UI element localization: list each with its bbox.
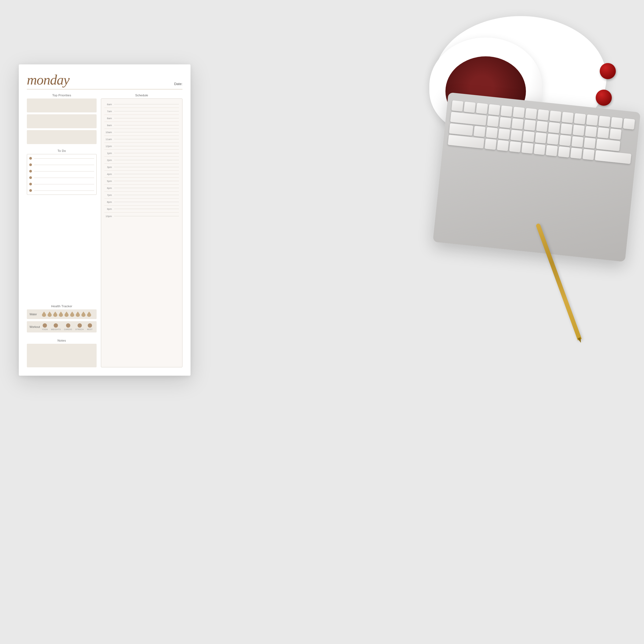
workout-circle [66,323,70,328]
todo-dot [29,157,32,160]
time-9am: 9am [104,124,112,127]
schedule-row-5pm: 5pm [104,178,179,185]
time-6pm: 6pm [104,186,112,189]
key [550,111,562,122]
key [561,123,573,135]
water-drop-9 [87,312,91,317]
todo-item-1 [29,157,94,160]
workout-row: Workout YOGA WEIGHTS CARDIO [27,321,97,332]
time-6am: 6am [104,103,112,106]
schedule-row-11am: 11am [104,136,179,143]
keyboard-keys [448,100,635,164]
priorities-section: Top Priorities [27,94,97,146]
key [522,131,535,142]
schedule-line [114,216,179,216]
workout-label: Workout [30,325,40,328]
water-drops [42,312,91,317]
key [596,139,620,151]
key [623,118,635,130]
date-label: Date: [174,82,182,87]
key [509,141,521,152]
water-row: Water [27,309,97,319]
key [474,126,486,137]
schedule-row-2pm: 2pm [104,157,179,164]
key [510,130,522,141]
todo-section: To Do [27,149,97,301]
todo-label: To Do [27,149,97,152]
key [537,109,549,120]
schedule-row-1pm: 1pm [104,150,179,157]
todo-line [34,178,94,178]
schedule-row-6pm: 6pm [104,185,179,192]
key [559,135,571,146]
workout-weights: WEIGHTS [51,323,61,330]
todo-item-3 [29,170,94,173]
time-7pm: 7pm [104,193,112,196]
time-8pm: 8pm [104,200,112,203]
cherry-2 [596,90,612,106]
workout-yoga: YOGA [42,323,48,330]
time-7am: 7am [104,110,112,113]
schedule-row-10pm: 10pm [104,213,179,219]
key [476,103,488,114]
notes-label: Notes [27,339,97,342]
todo-dot [29,176,32,179]
time-8am: 8am [104,117,112,120]
key [598,116,610,127]
right-column: Schedule 6am 7am 8am 9am [101,94,182,367]
schedule-row-4pm: 4pm [104,171,179,178]
key [464,101,476,113]
todo-item-2 [29,163,94,166]
workout-rest-label: REST [87,328,93,330]
workout-cardio-label: CARDIO [64,328,72,330]
key [611,117,623,128]
todo-dot [29,170,32,173]
water-drop-6 [70,312,74,317]
time-12pm: 12pm [104,145,112,148]
todo-dot [29,183,32,185]
schedule-row-12pm: 12pm [104,143,179,150]
time-2pm: 2pm [104,159,112,162]
notes-section: Notes [27,339,97,367]
workout-circle [88,323,92,328]
workout-circle [78,323,82,328]
schedule-line [114,195,179,195]
schedule-line [114,167,179,167]
schedule-row-10am: 10am [104,129,179,136]
water-drop-4 [59,312,63,317]
schedule-line [114,118,179,118]
key [585,126,597,137]
schedule-line [114,111,179,111]
schedule-header-label: Schedule [101,94,182,97]
water-drop-7 [76,312,80,317]
health-label: Health Tracker [27,305,97,308]
key [597,127,609,138]
key [450,112,487,126]
todo-item-6 [29,189,94,192]
key [558,146,570,158]
workout-cardio: CARDIO [64,323,72,330]
workout-icons: YOGA WEIGHTS CARDIO STRECH [42,323,93,330]
schedule-section: 6am 7am 8am 9am 10am [101,98,182,367]
todo-dot [29,163,32,166]
keyboard [433,92,641,262]
water-label: Water [30,313,40,316]
health-section: Health Tracker Water [27,305,97,335]
key [584,137,596,149]
cherry-1 [600,63,616,79]
key [547,134,559,145]
planner-page: monday Date: Top Priorities To Do [19,64,191,376]
key [487,116,499,127]
schedule-line [114,125,179,125]
schedule-row-9pm: 9pm [104,206,179,213]
time-10am: 10am [104,131,112,134]
todo-dot [29,189,32,192]
schedule-row-3pm: 3pm [104,164,179,171]
key [451,100,463,112]
todo-container [27,154,97,195]
todo-line [34,184,94,184]
time-9pm: 9pm [104,207,112,210]
workout-circle [54,323,58,328]
key [583,149,595,160]
key [610,129,622,140]
